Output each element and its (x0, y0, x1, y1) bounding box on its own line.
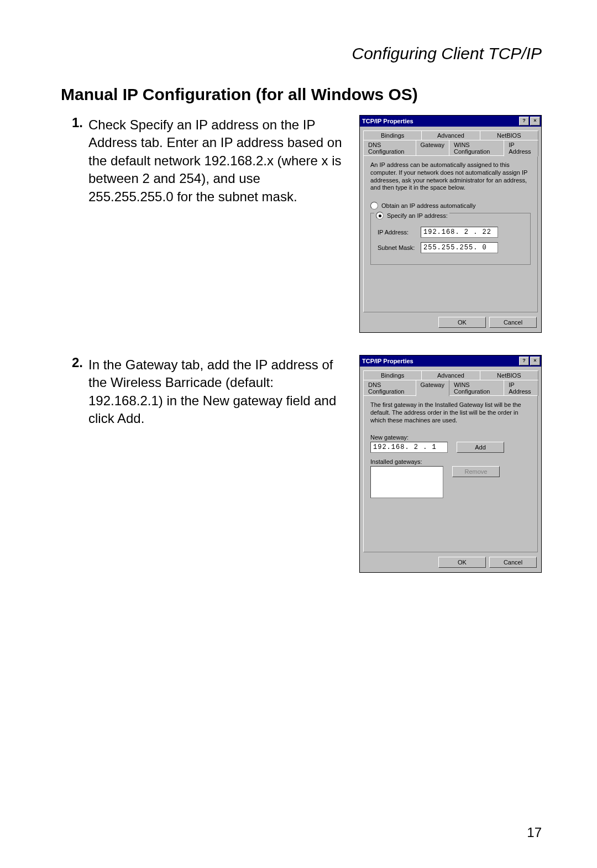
help-icon[interactable]: ? (519, 117, 529, 126)
tab-bindings[interactable]: Bindings (363, 370, 422, 380)
cancel-button[interactable]: Cancel (489, 317, 537, 328)
installed-gateways-label: Installed gateways: (370, 458, 531, 465)
remove-button: Remove (452, 466, 500, 477)
tab-netbios[interactable]: NetBIOS (480, 370, 538, 380)
help-icon[interactable]: ? (519, 357, 529, 365)
tcpip-dialog-ipaddress: TCP/IP Properties ? × Bindings Advanced … (359, 115, 542, 333)
ip-address-label: IP Address: (378, 229, 421, 236)
subnet-mask-input[interactable]: 255.255.255. 0 (421, 242, 498, 253)
tab-gateway[interactable]: Gateway (416, 380, 449, 396)
step-1-text: Check Specify an IP address on the IP Ad… (88, 115, 359, 206)
ok-button[interactable]: OK (438, 557, 486, 568)
tab-ipaddress[interactable]: IP Address (504, 140, 538, 156)
step-2-number: 2. (61, 355, 88, 370)
title-bar: TCP/IP Properties ? × (360, 116, 541, 127)
step-2-text: In the Gateway tab, add the IP address o… (88, 355, 359, 428)
tab-bindings[interactable]: Bindings (363, 130, 422, 140)
tabs: Bindings Advanced NetBIOS DNS Configurat… (360, 367, 541, 552)
radio-obtain-auto[interactable]: Obtain an IP address automatically (370, 202, 531, 210)
new-gateway-input[interactable]: 192.168. 2 . 1 (370, 442, 448, 453)
tab-netbios[interactable]: NetBIOS (480, 130, 538, 140)
ip-address-input[interactable]: 192.168. 2 . 22 (421, 227, 498, 238)
add-button[interactable]: Add (457, 442, 504, 453)
cancel-button[interactable]: Cancel (489, 557, 537, 568)
section-title: Manual IP Configuration (for all Windows… (61, 85, 542, 104)
tab-advanced[interactable]: Advanced (421, 370, 480, 380)
new-gateway-label: New gateway: (370, 434, 531, 441)
radio-specify-ip[interactable]: Specify an IP address: (374, 212, 449, 219)
title-bar: TCP/IP Properties ? × (360, 355, 541, 367)
radio-icon (370, 202, 378, 210)
panel-description: An IP address can be automatically assig… (370, 161, 531, 192)
specify-ip-group: Specify an IP address: IP Address: 192.1… (370, 213, 531, 265)
tcpip-dialog-gateway: TCP/IP Properties ? × Bindings Advanced … (359, 355, 542, 573)
window-title: TCP/IP Properties (362, 118, 413, 124)
radio-label: Obtain an IP address automatically (381, 202, 475, 209)
tab-panel: The first gateway in the Installed Gatew… (363, 395, 538, 552)
radio-label: Specify an IP address: (387, 212, 448, 219)
ok-button[interactable]: OK (438, 317, 486, 328)
radio-icon (376, 212, 384, 219)
tab-ipaddress[interactable]: IP Address (504, 380, 538, 396)
close-icon[interactable]: × (530, 357, 540, 365)
step-1-number: 1. (61, 115, 88, 130)
panel-description: The first gateway in the Installed Gatew… (370, 401, 531, 424)
tab-gateway[interactable]: Gateway (416, 140, 449, 156)
subnet-mask-label: Subnet Mask: (378, 244, 421, 251)
step-1: 1. Check Specify an IP address on the IP… (61, 115, 542, 333)
tab-dns[interactable]: DNS Configuration (363, 140, 416, 156)
tab-wins[interactable]: WINS Configuration (449, 380, 504, 396)
close-icon[interactable]: × (530, 117, 540, 126)
tab-wins[interactable]: WINS Configuration (449, 140, 504, 156)
window-title: TCP/IP Properties (362, 358, 413, 364)
page-number: 17 (527, 825, 542, 840)
chapter-title: Configuring Client TCP/IP (61, 44, 542, 63)
installed-gateways-list[interactable] (370, 466, 443, 498)
tab-advanced[interactable]: Advanced (421, 130, 480, 140)
step-2: 2. In the Gateway tab, add the IP addres… (61, 355, 542, 573)
tab-panel: An IP address can be automatically assig… (363, 155, 538, 312)
tab-dns[interactable]: DNS Configuration (363, 380, 416, 396)
tabs: Bindings Advanced NetBIOS DNS Configurat… (360, 127, 541, 312)
